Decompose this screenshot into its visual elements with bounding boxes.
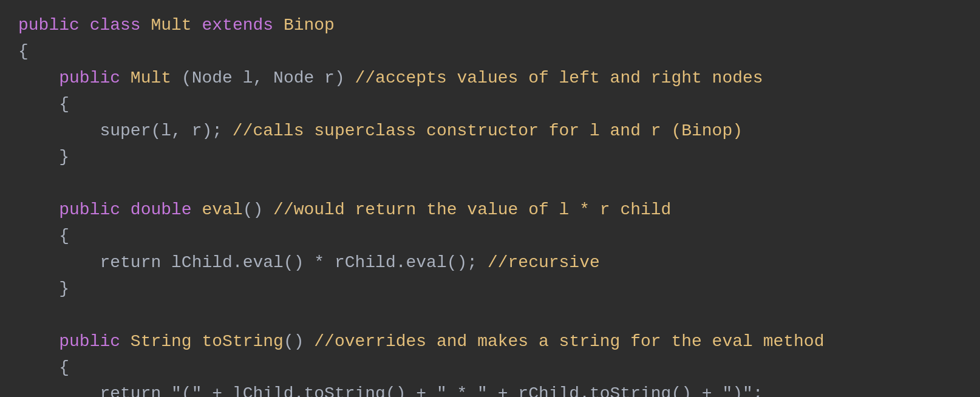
comment: //calls superclass constructor for l and… — [233, 121, 743, 140]
code-text: return "(" + lChild.toString() + " * " +… — [100, 384, 763, 397]
code-line: public class Mult extends Binop — [18, 12, 962, 38]
code-line: { — [18, 355, 962, 381]
classname: String — [131, 332, 202, 351]
code-line — [18, 170, 962, 196]
code-text — [18, 253, 100, 272]
code-line: { — [18, 91, 962, 117]
code-line: return "(" + lChild.toString() + " * " +… — [18, 381, 962, 397]
code-text — [18, 121, 100, 140]
code-line — [18, 302, 962, 328]
classname: Mult — [151, 16, 202, 35]
code-text: { — [18, 358, 69, 377]
classname: eval — [202, 200, 242, 219]
comment: //accepts values of left and right nodes — [355, 69, 763, 87]
classname: Mult — [131, 69, 182, 87]
code-line: public String toString() //overrides and… — [18, 328, 962, 355]
code-text — [18, 332, 59, 351]
code-text — [18, 69, 59, 87]
keyword: public — [59, 69, 131, 87]
keyword: public — [59, 332, 131, 351]
code-text: } — [18, 279, 69, 298]
code-container: public class Mult extends Binop{ public … — [18, 12, 962, 397]
code-text: () — [284, 332, 314, 351]
code-line: public double eval() //would return the … — [18, 197, 962, 223]
code-text: () — [243, 200, 273, 219]
code-line: } — [18, 276, 962, 302]
code-text: super(l, r); — [100, 121, 232, 140]
keyword: public — [59, 200, 131, 219]
classname: Binop — [284, 16, 335, 35]
code-line: return lChild.eval() * rChild.eval(); //… — [18, 249, 962, 276]
comment: //overrides and makes a string for the e… — [314, 332, 824, 351]
code-line: { — [18, 38, 962, 64]
code-text: { — [18, 226, 69, 245]
code-line: public Mult (Node l, Node r) //accepts v… — [18, 65, 962, 91]
code-text: (Node l, Node r) — [182, 69, 355, 87]
keyword: extends — [202, 16, 283, 35]
code-text: { — [18, 95, 69, 114]
keyword: public — [18, 16, 90, 35]
code-line: super(l, r); //calls superclass construc… — [18, 118, 962, 144]
code-text: { — [18, 42, 29, 61]
code-text — [18, 200, 59, 219]
code-line: } — [18, 144, 962, 170]
comment: //would return the value of l * r child — [273, 200, 671, 219]
code-text — [18, 384, 100, 397]
keyword: class — [90, 16, 151, 35]
code-line: { — [18, 223, 962, 249]
keyword: double — [131, 200, 202, 219]
comment: //recursive — [488, 253, 600, 272]
classname: toString — [202, 332, 283, 351]
code-text: } — [18, 148, 69, 166]
code-text: return lChild.eval() * rChild.eval(); — [100, 253, 488, 272]
